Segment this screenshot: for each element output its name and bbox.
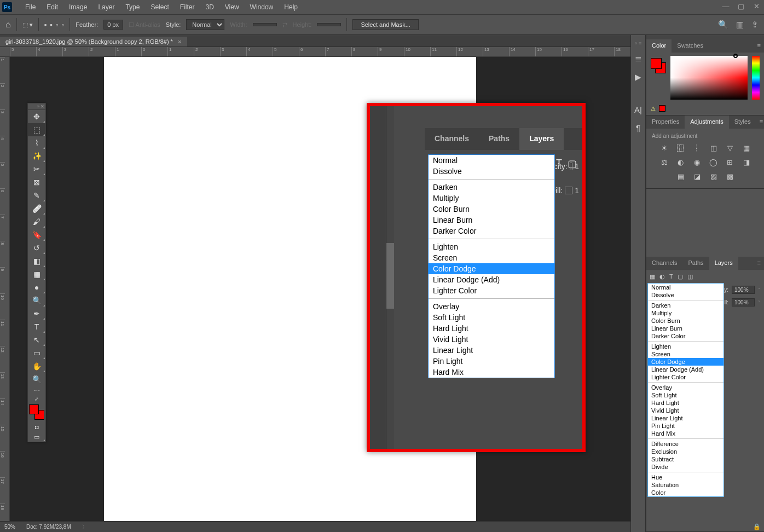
blend-mode-option[interactable]: Overlay xyxy=(648,384,724,391)
blend-mode-option[interactable]: Dissolve xyxy=(648,291,724,299)
gradient-map-icon[interactable]: ▨ xyxy=(708,172,719,181)
history-brush-tool[interactable]: ↺ xyxy=(28,241,45,255)
blend-mode-option[interactable]: Lighten xyxy=(648,343,724,350)
menu-edit[interactable]: Edit xyxy=(41,1,63,13)
intersect-selection-icon[interactable]: ▫ xyxy=(62,21,65,29)
menu-window[interactable]: Window xyxy=(245,1,279,13)
swap-colors-icon[interactable]: ⤢ xyxy=(28,396,45,402)
frame-tool[interactable]: ⊠ xyxy=(28,176,45,189)
brush-tool[interactable]: 🖌 xyxy=(28,215,45,228)
blend-mode-option[interactable]: Darken xyxy=(648,302,724,309)
blend-mode-option[interactable]: Dissolve xyxy=(429,166,554,177)
pen-tool[interactable]: ✒ xyxy=(28,307,45,320)
share-icon[interactable]: ⇪ xyxy=(751,20,759,30)
blend-mode-option[interactable]: Hard Light xyxy=(648,399,724,407)
blend-mode-dropdown-large[interactable]: NormalDissolveDarkenMultiplyColor BurnLi… xyxy=(428,154,555,378)
menu-filter[interactable]: Filter xyxy=(175,1,200,13)
blend-mode-option[interactable]: Color Dodge xyxy=(648,358,724,366)
blend-mode-option[interactable]: Exclusion xyxy=(648,448,724,455)
levels-icon[interactable]: ⿲ xyxy=(675,143,686,152)
status-menu-icon[interactable]: 〉 xyxy=(82,523,88,531)
menu-type[interactable]: Type xyxy=(120,1,145,13)
crop-tool[interactable]: ✂ xyxy=(28,163,45,176)
blend-mode-option[interactable]: Darker Color xyxy=(648,332,724,340)
selective-color-icon[interactable]: ▩ xyxy=(725,172,736,181)
fill-input[interactable] xyxy=(732,298,755,307)
blend-mode-option[interactable]: Vivid Light xyxy=(429,334,554,345)
blend-mode-option[interactable]: Hard Light xyxy=(429,323,554,334)
panel-menu-icon[interactable]: ≡ xyxy=(756,115,764,129)
filter-shape-icon[interactable]: ▢ xyxy=(678,273,683,280)
blend-mode-option[interactable]: Linear Dodge (Add) xyxy=(429,274,554,285)
gradient-tool[interactable]: ▦ xyxy=(28,268,45,281)
actions-panel-icon[interactable]: ▶ xyxy=(635,72,641,82)
blend-mode-option[interactable]: Divide xyxy=(648,463,724,471)
tab-adjustments[interactable]: Adjustments xyxy=(685,115,729,129)
callout-scrollbar[interactable] xyxy=(386,106,394,449)
zoom-level[interactable]: 50% xyxy=(4,524,15,530)
blend-mode-option[interactable]: Overlay xyxy=(429,301,554,312)
tab-layers[interactable]: Layers xyxy=(709,257,738,270)
blend-mode-option[interactable]: Linear Light xyxy=(648,414,724,422)
blend-mode-option[interactable]: Multiply xyxy=(429,193,554,204)
magic-wand-tool[interactable]: ✨ xyxy=(28,149,45,163)
style-select[interactable]: Normal xyxy=(186,19,224,30)
blur-tool[interactable]: ● xyxy=(28,281,45,294)
filter-type-icon[interactable]: T xyxy=(669,273,673,280)
blend-mode-option[interactable]: Multiply xyxy=(648,309,724,317)
character-panel-icon[interactable]: A| xyxy=(634,105,642,114)
lasso-tool[interactable]: ⌇ xyxy=(28,136,45,149)
select-and-mask-button[interactable]: Select and Mask... xyxy=(352,19,419,30)
tab-properties[interactable]: Properties xyxy=(646,115,685,129)
move-tool[interactable]: ✥ xyxy=(28,110,45,123)
maximize-icon[interactable]: ▢ xyxy=(733,0,749,12)
photo-filter-icon[interactable]: ◉ xyxy=(692,158,703,166)
tab-color[interactable]: Color xyxy=(646,39,672,53)
blend-mode-option[interactable]: Darker Color xyxy=(429,225,554,236)
chevron-down-icon[interactable]: ˅ xyxy=(758,287,761,293)
blend-mode-option[interactable]: Lighter Color xyxy=(648,373,724,381)
hue-slider[interactable] xyxy=(752,56,760,100)
document-tab[interactable]: girl-3033718_1920.jpg @ 50% (Background … xyxy=(0,37,187,47)
search-icon[interactable]: 🔍 xyxy=(718,20,728,30)
minimize-icon[interactable]: — xyxy=(718,0,733,12)
subtract-selection-icon[interactable]: ▫ xyxy=(56,21,59,29)
blend-mode-option[interactable]: Hard Mix xyxy=(429,367,554,378)
workspace-icon[interactable]: ▥ xyxy=(736,20,744,30)
menu-select[interactable]: Select xyxy=(145,1,174,13)
callout-tab-paths[interactable]: Paths xyxy=(479,128,519,150)
blend-mode-option[interactable]: Lighten xyxy=(429,241,554,252)
screen-mode-icon[interactable]: ▭ xyxy=(28,432,45,442)
marquee-tool-icon[interactable]: ⬚ ▾ xyxy=(22,21,33,28)
blend-mode-option[interactable]: Color xyxy=(648,489,724,496)
blend-mode-option[interactable]: Screen xyxy=(429,252,554,263)
filter-adj-icon[interactable]: ◐ xyxy=(659,273,665,280)
close-panel-icon[interactable]: ✕ xyxy=(40,104,44,109)
marquee-tool[interactable]: ⬚ xyxy=(28,123,45,136)
blend-mode-option[interactable]: Color Burn xyxy=(648,317,724,325)
brightness-icon[interactable]: ☀ xyxy=(659,143,670,152)
menu-view[interactable]: View xyxy=(219,1,245,13)
callout-tab-layers[interactable]: Layers xyxy=(519,128,564,150)
tab-swatches[interactable]: Swatches xyxy=(672,39,709,53)
menu-layer[interactable]: Layer xyxy=(92,1,120,13)
blend-mode-option[interactable]: Hard Mix xyxy=(648,430,724,437)
blend-mode-option[interactable]: Vivid Light xyxy=(648,407,724,414)
exposure-icon[interactable]: ◫ xyxy=(708,143,719,152)
rectangle-tool[interactable]: ▭ xyxy=(28,346,45,360)
chevron-down-icon[interactable]: ˅ xyxy=(758,300,761,305)
blend-mode-option[interactable]: Pin Light xyxy=(429,356,554,367)
edit-toolbar-icon[interactable]: ⋯ xyxy=(28,386,45,396)
callout-tab-channels[interactable]: Channels xyxy=(425,128,479,150)
blend-mode-option[interactable]: Linear Light xyxy=(429,345,554,356)
close-icon[interactable]: ✕ xyxy=(749,0,764,12)
eraser-tool[interactable]: ◧ xyxy=(28,255,45,268)
eyedropper-tool[interactable]: ✎ xyxy=(28,189,45,202)
blend-mode-option[interactable]: Difference xyxy=(648,440,724,448)
new-selection-icon[interactable]: ▪ xyxy=(44,21,47,29)
balance-icon[interactable]: ⚖ xyxy=(659,158,670,166)
tab-channels[interactable]: Channels xyxy=(646,257,682,270)
history-panel-icon[interactable]: ≣ xyxy=(635,54,642,63)
closest-color-icon[interactable] xyxy=(659,105,665,112)
invert-icon[interactable]: ◨ xyxy=(741,158,752,166)
